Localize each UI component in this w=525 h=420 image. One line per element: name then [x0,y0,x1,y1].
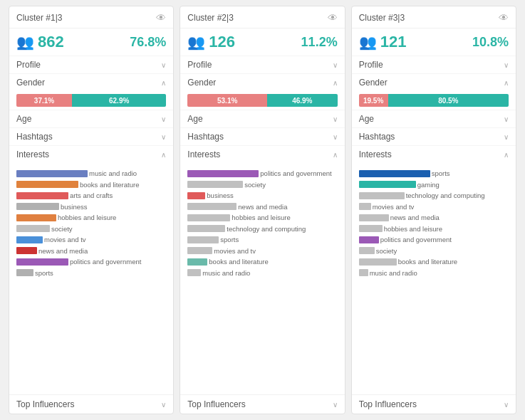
top-influencers-row[interactable]: Top Influencers ∨ [9,394,173,414]
hashtags-label: Hashtags [187,132,224,142]
bar-fill [187,214,230,221]
bar-fill [359,214,389,221]
cluster-count-value: 126 [209,33,235,51]
chevron-down-icon: ∨ [161,61,166,69]
eye-icon[interactable]: 👁 [499,12,509,23]
age-row[interactable]: Age ∨ [180,110,344,127]
bar-fill [187,170,259,177]
interest-bar-row: gaming [359,179,509,189]
interest-label: news and media [238,203,287,211]
cluster-header: Cluster #2|3 👁 [180,6,344,28]
cluster-title: Cluster #3|3 [359,13,405,23]
chevron-down-icon: ∨ [333,61,338,69]
users-icon: 👥 [359,33,377,51]
gender-row[interactable]: Gender ∧ [180,73,344,91]
eye-icon[interactable]: 👁 [328,12,338,23]
bar-track: 53.1% 46.9% [187,94,337,107]
bar-fill [359,170,430,177]
profile-label: Profile [359,60,383,70]
gender-row[interactable]: Gender ∧ [9,73,173,91]
interest-bar-row: politics and government [359,235,509,245]
interest-bar-row: movies and tv [359,201,509,211]
interests-row[interactable]: Interests ∧ [180,145,344,163]
interests-chart: politics and government society business… [180,163,344,394]
hashtags-row[interactable]: Hashtags ∨ [180,127,344,145]
bar-fill [16,269,33,276]
bar-fill [359,236,379,243]
interests-label: Interests [359,149,392,159]
bar-fill [359,181,416,188]
bar-fill [359,192,405,199]
chevron-down-icon: ∨ [504,61,509,69]
interest-label: society [244,181,266,189]
bar-fill [187,236,219,243]
top-influencers-row[interactable]: Top Influencers ∨ [180,394,344,414]
interest-label: arts and crafts [70,191,113,199]
interest-bar-row: politics and government [187,169,337,179]
chevron-up-icon: ∧ [161,151,166,159]
cluster-header: Cluster #1|3 👁 [9,6,173,28]
interests-row[interactable]: Interests ∧ [9,145,173,163]
interest-label: movies and tv [44,236,86,243]
bar-fill [187,225,225,232]
interest-label: hobbies and leisure [58,214,116,221]
bar-fill [359,225,383,232]
interest-bar-row: music and radio [359,268,509,278]
bar-fill [16,192,68,199]
interest-label: gaming [417,181,440,189]
interests-label: Interests [16,149,49,159]
interest-bar-row: news and media [16,246,166,256]
chevron-down-icon: ∨ [333,115,338,123]
cluster-count-value: 862 [38,33,64,51]
chevron-up-icon: ∧ [504,151,509,159]
interest-bar-row: business [16,201,166,211]
bar-fill [359,203,371,210]
bar-fill [187,203,236,210]
interests-row[interactable]: Interests ∧ [352,145,516,163]
profile-row[interactable]: Profile ∨ [352,56,516,73]
interest-bar-row: sports [359,169,509,179]
interests-chart: music and radio books and literature art… [9,163,173,394]
bar-fill [16,181,78,188]
cluster-pct: 76.8% [130,35,166,50]
cluster-count-value: 121 [380,33,407,51]
interest-label: sports [220,236,239,243]
users-icon: 👥 [187,33,205,51]
cluster-stats: 👥 121 10.8% [352,28,516,56]
users-icon: 👥 [16,33,34,51]
bar-track: 19.5% 80.5% [359,94,509,107]
profile-row[interactable]: Profile ∨ [9,56,173,73]
interest-bar-row: books and literature [16,179,166,189]
hashtags-row[interactable]: Hashtags ∨ [9,127,173,145]
chevron-up-icon: ∧ [161,79,166,87]
top-influencers-label: Top Influencers [359,399,417,409]
eye-icon[interactable]: 👁 [156,12,166,23]
cluster-card-2: Cluster #2|3 👁 👥 126 11.2% Profile ∨ Gen… [180,6,345,414]
bar-fill [359,269,368,276]
interest-bar-row: technology and computing [359,191,509,201]
bar-male: 46.9% [267,94,338,107]
hashtags-label: Hashtags [16,132,53,142]
bar-fill [187,258,207,266]
cluster-pct: 11.2% [301,35,338,50]
age-row[interactable]: Age ∨ [9,110,173,127]
cluster-title: Cluster #1|3 [16,13,62,23]
profile-row[interactable]: Profile ∨ [180,56,344,73]
bar-fill [359,247,375,254]
cluster-count: 👥 862 [16,33,64,51]
chevron-down-icon: ∨ [504,133,509,141]
profile-label: Profile [187,60,212,70]
top-influencers-label: Top Influencers [16,399,74,409]
interest-label: politics and government [380,236,452,243]
hashtags-row[interactable]: Hashtags ∨ [352,127,516,145]
top-influencers-row[interactable]: Top Influencers ∨ [352,394,516,414]
age-label: Age [359,114,374,124]
bar-female: 37.1% [16,94,72,107]
chevron-down-icon: ∨ [504,115,509,123]
age-row[interactable]: Age ∨ [352,110,516,127]
interest-bar-row: sports [187,235,337,245]
gender-row[interactable]: Gender ∧ [352,73,516,91]
gender-bar: 37.1% 62.9% [9,91,173,110]
interest-label: technology and computing [406,191,485,199]
cluster-count: 👥 126 [187,33,235,51]
